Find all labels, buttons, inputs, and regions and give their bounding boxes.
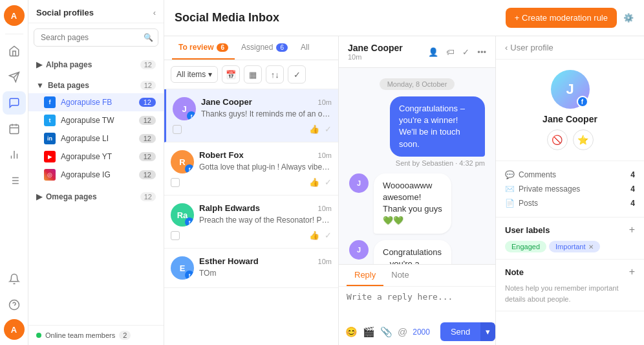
note-title: Note xyxy=(505,267,524,277)
inbox-item[interactable]: Ra f Ralph Edwards 10m Preach the way of… xyxy=(164,195,338,249)
settings-icon[interactable]: ⚙️ xyxy=(623,13,634,23)
inbox-item-time: 10m xyxy=(318,151,332,159)
like-icon[interactable]: 👍 xyxy=(309,124,319,134)
tag-icon[interactable]: 🏷 xyxy=(446,47,455,57)
inbox-item[interactable]: E f Esther Howard 10m TOm xyxy=(164,249,338,288)
svg-rect-0 xyxy=(10,125,19,134)
avatar: Ra f xyxy=(171,203,194,227)
block-user-button[interactable]: 🚫 xyxy=(547,129,568,150)
emoji-icon[interactable]: 😊 xyxy=(345,326,358,338)
stat-row-private-messages: ✉️ Private messages 4 xyxy=(505,182,635,196)
message-bubble: Congratulations – you're a winner! We'll… xyxy=(374,240,451,265)
reply-input[interactable] xyxy=(339,287,495,317)
check-icon[interactable]: ✓ xyxy=(325,177,332,187)
inbox-item-checkbox[interactable] xyxy=(171,231,180,240)
search-input[interactable] xyxy=(34,28,158,47)
sort-icon[interactable]: ↑↓ xyxy=(266,65,284,83)
sidebar-group-alpha-header[interactable]: ▶ Alpha pages 12 xyxy=(28,57,164,72)
nav-home-icon[interactable] xyxy=(3,39,26,63)
inbox-item-checkbox[interactable] xyxy=(173,125,182,134)
nav-bell-icon[interactable] xyxy=(3,267,26,291)
inbox-tabs: To review 6 Assigned 6 All xyxy=(164,36,338,60)
chevron-down-icon: ▼ xyxy=(36,81,44,90)
sidebar: Social profiles ‹ 🔍 ▶ Alpha pages 12 ▼ B… xyxy=(28,0,164,345)
note-hint: Notes help you remember important detail… xyxy=(505,283,635,304)
sidebar-item-ig-label: Agorapulse IG xyxy=(61,170,111,179)
avatar: E f xyxy=(171,256,194,280)
nav-list-icon[interactable] xyxy=(3,169,26,192)
inbox-item[interactable]: R f Robert Fox 10m Gotta love that plug-… xyxy=(164,142,338,195)
inbox-item-text: TOm xyxy=(199,268,332,279)
calendar-filter-icon[interactable]: 📅 xyxy=(222,65,240,83)
tab-to-review[interactable]: To review 6 xyxy=(172,36,235,60)
reply-tab[interactable]: Reply xyxy=(347,265,383,286)
sidebar-group-omega-header[interactable]: ▶ Omega pages 12 xyxy=(28,189,164,205)
check-icon[interactable]: ✓ xyxy=(325,230,332,240)
remove-label-button[interactable]: ✕ xyxy=(588,243,594,250)
dropdown-arrow-icon: ▾ xyxy=(208,70,212,79)
profile-avatar: J f xyxy=(551,70,590,109)
nav-chart-icon[interactable] xyxy=(3,143,26,166)
note-section: Note + Notes help you remember important… xyxy=(496,260,644,311)
more-options-icon[interactable]: ••• xyxy=(477,47,486,57)
sidebar-item-ig[interactable]: ◎ Agorapulse IG 12 xyxy=(28,166,164,184)
check-icon[interactable]: ✓ xyxy=(325,124,332,134)
message-meta: Sent by Sebastien · 4:32 pm xyxy=(396,159,485,167)
fb-badge: f xyxy=(185,164,194,173)
sidebar-item-fb[interactable]: f Agorapulse FB 12 xyxy=(28,93,164,111)
nav-megaphone-icon[interactable] xyxy=(3,65,26,89)
ig-icon: ◎ xyxy=(44,169,56,181)
yt-icon: ▶ xyxy=(44,151,56,162)
posts-count: 4 xyxy=(630,199,635,208)
mention-icon[interactable]: @ xyxy=(398,326,407,337)
send-dropdown-button[interactable]: ▾ xyxy=(480,322,495,341)
page-title: Social Media Inbox xyxy=(175,11,279,25)
user-avatar[interactable]: A xyxy=(4,319,25,340)
sidebar-group-beta: ▼ Beta pages 12 f Agorapulse FB 12 t Ago… xyxy=(28,75,164,186)
gif-icon[interactable]: 🎬 xyxy=(363,326,375,338)
conversation-user-time: 10m xyxy=(348,53,403,61)
conversation-actions: 👤 🏷 ✓ ••• xyxy=(428,47,486,57)
inbox-item-checkbox[interactable] xyxy=(171,178,180,187)
inbox-item-name: Ralph Edwards xyxy=(199,203,260,213)
tab-all[interactable]: All xyxy=(294,36,316,60)
like-icon[interactable]: 👍 xyxy=(309,230,319,240)
conversation-header: Jane Cooper 10m 👤 🏷 ✓ ••• xyxy=(339,36,495,68)
sidebar-item-tw[interactable]: t Agorapulse TW 12 xyxy=(28,111,164,129)
all-items-filter[interactable]: All items ▾ xyxy=(171,66,218,83)
sidebar-group-beta-header[interactable]: ▼ Beta pages 12 xyxy=(28,78,164,93)
add-note-button[interactable]: + xyxy=(629,266,635,278)
tw-icon: t xyxy=(44,115,56,126)
like-icon[interactable]: 👍 xyxy=(309,177,319,187)
create-moderation-rule-button[interactable]: + Create moderation rule xyxy=(506,8,617,28)
note-tab[interactable]: Note xyxy=(383,265,416,286)
sidebar-item-li[interactable]: in Agorapulse LI 12 xyxy=(28,129,164,148)
main-content: Social Media Inbox + Create moderation r… xyxy=(164,0,644,345)
send-button[interactable]: Send xyxy=(440,322,480,341)
main-header: Social Media Inbox + Create moderation r… xyxy=(164,0,644,36)
sidebar-group-alpha: ▶ Alpha pages 12 xyxy=(28,54,164,75)
back-button[interactable]: ‹ User profile xyxy=(505,43,553,52)
nav-inbox-icon[interactable] xyxy=(3,91,26,115)
nav-help-icon[interactable] xyxy=(3,293,26,317)
add-label-button[interactable]: + xyxy=(629,224,635,236)
nav-calendar-icon[interactable] xyxy=(3,117,26,140)
profile-stats: 💬 Comments 4 ✉️ Private messages 4 📄 P xyxy=(496,161,644,217)
grid-view-icon[interactable]: ▦ xyxy=(244,65,262,83)
tab-assigned[interactable]: Assigned 6 xyxy=(235,36,294,60)
sidebar-item-yt[interactable]: ▶ Agorapulse YT 12 xyxy=(28,148,164,166)
stat-row-posts: 📄 Posts 4 xyxy=(505,196,635,210)
inbox-item-name: Esther Howard xyxy=(199,256,259,266)
attachment-icon[interactable]: 📎 xyxy=(380,326,392,338)
check-all-icon[interactable]: ✓ xyxy=(288,65,306,83)
message-bubble: Wooooawww awesome! Thank you guys 💚💚 xyxy=(374,173,451,234)
user-profile-icon[interactable]: 👤 xyxy=(428,47,438,57)
check-circle-icon[interactable]: ✓ xyxy=(462,47,469,57)
star-user-button[interactable]: ⭐ xyxy=(573,129,594,150)
profile-actions: 🚫 ⭐ xyxy=(547,129,594,150)
inbox-item[interactable]: J f Jane Cooper 10m Thanks guys! It remi… xyxy=(164,89,338,142)
beta-count: 12 xyxy=(140,81,156,90)
inbox-item-time: 10m xyxy=(318,98,332,106)
sidebar-collapse-icon[interactable]: ‹ xyxy=(153,8,156,17)
search-icon: 🔍 xyxy=(144,33,153,42)
